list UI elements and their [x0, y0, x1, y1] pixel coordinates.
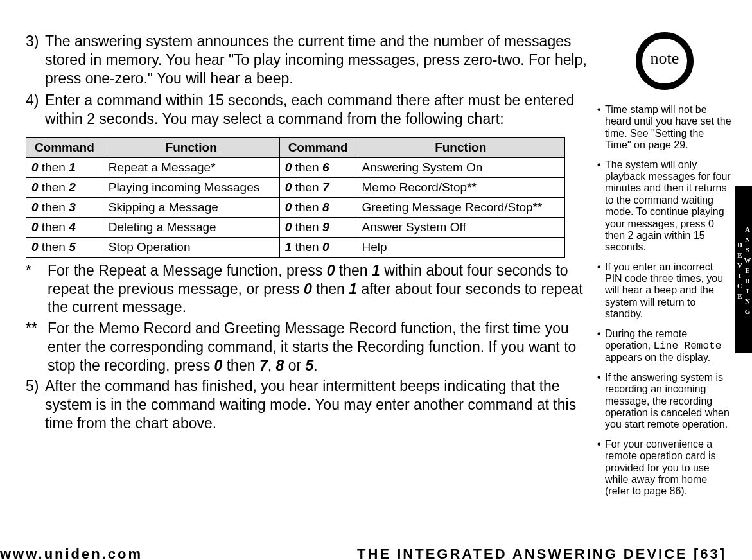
th-function-2: Function — [356, 137, 565, 157]
footnote-mark: ** — [26, 319, 48, 338]
step-text: The answering system announces the curre… — [45, 33, 587, 87]
table-row: 0 then 2Playing incoming Messages0 then … — [26, 177, 565, 197]
cmd-cell: 0 then 2 — [26, 177, 103, 197]
side-note-column: note Time stamp will not be heard until … — [597, 32, 732, 505]
step-number: 5) — [26, 377, 45, 396]
footnote-1: *For the Repeat a Message function, pres… — [26, 261, 591, 317]
step-4: 4)Enter a command within 15 seconds, eac… — [26, 91, 591, 128]
func-cell: Help — [356, 237, 565, 257]
table-row: 0 then 5Stop Operation1 then 0Help — [26, 237, 565, 257]
cmd-cell: 0 then 1 — [26, 157, 103, 177]
func-cell: Greeting Message Record/Stop** — [356, 197, 565, 217]
step-text: After the command has finished, you hear… — [45, 378, 576, 432]
cmd-cell: 1 then 0 — [279, 237, 356, 257]
section-tab-line2: ANSWERING DEVICE — [736, 190, 751, 353]
note-item: During the remote operation, Line Remote… — [597, 328, 732, 364]
table-row: 0 then 4Deleting a Message0 then 9Answer… — [26, 217, 565, 237]
note-item: For your convenience a remote operation … — [597, 439, 732, 498]
func-cell: Answer System Off — [356, 217, 565, 237]
func-cell: Memo Record/Stop** — [356, 177, 565, 197]
func-cell: Deleting a Message — [103, 217, 279, 237]
note-item: If you enter an incorrect PIN code three… — [597, 261, 732, 320]
th-command-2: Command — [279, 137, 356, 157]
func-cell: Skipping a Message — [103, 197, 279, 217]
step-3: 3)The answering system announces the cur… — [26, 32, 591, 87]
cmd-cell: 0 then 6 — [279, 157, 356, 177]
table-row: 0 then 3Skipping a Message0 then 8Greeti… — [26, 197, 565, 217]
func-cell: Playing incoming Messages — [103, 177, 279, 197]
main-column: 3)The answering system announces the cur… — [26, 32, 591, 437]
note-item: If the answering system is recording an … — [597, 372, 732, 431]
cmd-cell: 0 then 4 — [26, 217, 103, 237]
cmd-cell: 0 then 8 — [279, 197, 356, 217]
note-item: The system will only playback messages f… — [597, 159, 732, 254]
cmd-cell: 0 then 7 — [279, 177, 356, 197]
cmd-cell: 0 then 9 — [279, 217, 356, 237]
func-cell: Answering System On — [356, 157, 565, 177]
note-item: Time stamp will not be heard until you h… — [597, 104, 732, 152]
func-cell: Repeat a Message* — [103, 157, 279, 177]
note-badge: note — [636, 32, 694, 90]
footer-url: www.uniden.com — [0, 546, 143, 560]
step-text: Enter a command within 15 seconds, each … — [45, 92, 575, 127]
footnote-mark: * — [26, 261, 48, 280]
cmd-cell: 0 then 5 — [26, 237, 103, 257]
th-command-1: Command — [26, 137, 103, 157]
command-table: Command Function Command Function 0 then… — [26, 137, 565, 258]
table-row: 0 then 1Repeat a Message*0 then 6Answeri… — [26, 157, 565, 177]
th-function-1: Function — [103, 137, 279, 157]
note-list: Time stamp will not be heard until you h… — [597, 104, 732, 498]
step-number: 4) — [26, 91, 45, 110]
section-tab: ANSWERING DEVICE THE INTEGRATED — [735, 186, 752, 353]
step-number: 3) — [26, 32, 45, 51]
note-label: note — [636, 49, 694, 68]
section-tab-line1: THE INTEGRATED — [739, 354, 747, 498]
footnote-2: **For the Memo Record and Greeting Messa… — [26, 319, 591, 374]
func-cell: Stop Operation — [103, 237, 279, 257]
cmd-cell: 0 then 3 — [26, 197, 103, 217]
footer-title: THE INTEGRATED ANSWERING DEVICE [63] — [357, 546, 726, 560]
step-5: 5)After the command has finished, you he… — [26, 377, 591, 432]
